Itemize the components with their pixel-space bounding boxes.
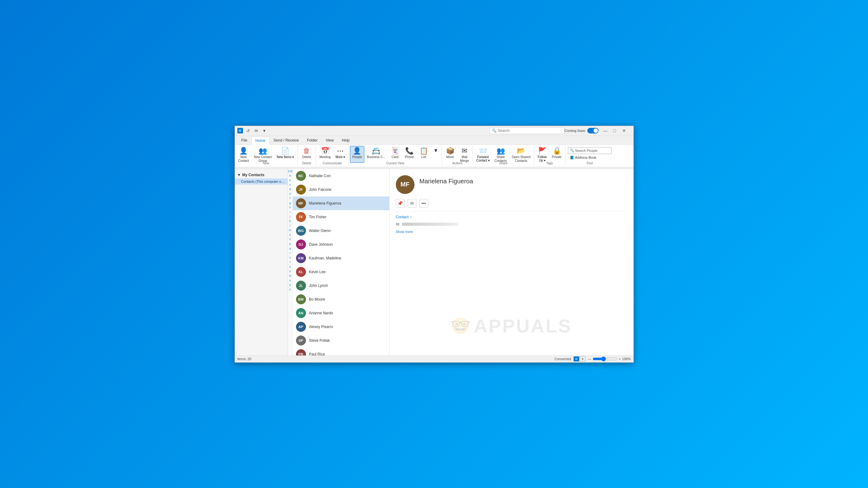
alpha-x[interactable]: x <box>289 278 291 283</box>
contact-item-john-lynch[interactable]: JLJohn Lynch <box>293 279 389 292</box>
new-items-button[interactable]: 📄 New Items ▾ <box>275 146 296 163</box>
alpha-p[interactable]: p <box>289 242 291 246</box>
titlebar-right: Coming Soon — □ ✕ <box>564 126 631 135</box>
alpha-a[interactable]: a <box>289 173 291 178</box>
tab-folder[interactable]: Folder <box>303 136 321 144</box>
contact-item-john-falcone[interactable]: JFJohn Falcone <box>293 183 389 196</box>
contact-section-header[interactable]: Contact › <box>396 215 627 219</box>
search-people-container[interactable]: 🔍 Search People <box>568 147 612 154</box>
address-book-button[interactable]: 📘 Address Book <box>568 155 612 161</box>
forward-contact-button[interactable]: 📨 ForwardContact ▾ <box>474 146 492 163</box>
contact-item-nathalie-con[interactable]: NCNathalie Con <box>293 169 389 183</box>
maximize-button[interactable]: □ <box>610 126 619 135</box>
my-contacts-label: My Contacts <box>242 173 264 177</box>
avatar-steve-pollak: SP <box>296 335 306 346</box>
open-shared-contacts-button[interactable]: 📂 Open SharedContacts <box>509 146 533 163</box>
zoom-plus[interactable]: + <box>619 357 621 361</box>
search-bar[interactable]: 🔍 <box>490 127 564 134</box>
minimize-button[interactable]: — <box>601 126 610 135</box>
alpha-c[interactable]: c <box>289 183 291 187</box>
follow-up-button[interactable]: 🚩 FollowUp ▾ <box>535 146 549 163</box>
contact-item-kaufman-madeline[interactable]: KMKaufman, Madeline <box>293 251 389 265</box>
contact-item-kevin-lee[interactable]: KLKevin Lee <box>293 265 389 279</box>
alpha-g[interactable]: g <box>289 201 291 205</box>
mail-action-button[interactable]: ✉ <box>408 199 416 208</box>
show-more-link[interactable]: Show more <box>396 230 413 233</box>
zoom-minus[interactable]: — <box>588 357 591 361</box>
detail-name: Marielena Figueroa <box>420 178 473 185</box>
contact-item-alexey-pisarro[interactable]: APAlexey Pisarro <box>293 320 389 334</box>
coming-soon-label: Coming Soon <box>564 129 585 132</box>
search-input[interactable] <box>498 128 562 133</box>
contact-item-walter-glenn[interactable]: WGWalter Glenn <box>293 224 389 238</box>
people-view-button[interactable]: 👤 People <box>350 146 364 163</box>
alpha-u[interactable]: u <box>289 264 291 269</box>
view-more-button[interactable]: ▼ <box>431 146 440 163</box>
alpha-e[interactable]: e <box>289 191 291 196</box>
alpha-l[interactable]: l <box>290 224 290 228</box>
contact-item-marielena-figueroa[interactable]: MFMarielena Figueroa <box>293 196 389 210</box>
close-button[interactable]: ✕ <box>620 126 628 135</box>
tab-view[interactable]: View <box>321 136 338 144</box>
email-icon: ✉ <box>396 222 400 227</box>
alpha-i[interactable]: i <box>290 210 290 215</box>
private-button[interactable]: 🔒 Private <box>550 146 564 163</box>
list-view-button[interactable]: 📋 List <box>417 146 430 163</box>
mail-merge-button[interactable]: ✉ MailMerge <box>458 146 471 163</box>
new-contact-button[interactable]: 👤 NewContact <box>236 146 251 163</box>
phone-view-button[interactable]: 📞 Phone <box>402 146 416 163</box>
alpha-m[interactable]: m <box>289 228 291 233</box>
alpha-j[interactable]: j <box>290 214 290 219</box>
alpha-n[interactable]: n <box>289 233 291 237</box>
contact-item-bo-moore[interactable]: BMBo Moore <box>293 292 389 306</box>
alpha-q[interactable]: q <box>289 246 291 251</box>
contact-item-steve-pollak[interactable]: SPSteve Pollak <box>293 334 389 347</box>
tab-send-receive[interactable]: Send / Receive <box>270 136 303 144</box>
alpha-h[interactable]: h <box>289 205 291 210</box>
alpha-k[interactable]: k <box>289 219 291 224</box>
alpha-v[interactable]: v <box>289 269 291 274</box>
contact-item-dave-johnson[interactable]: DJDave Johnson <box>293 238 389 251</box>
zoom-slider[interactable] <box>593 356 618 361</box>
card-view-toggle[interactable]: ⊞ <box>574 356 579 361</box>
ribbon-group-share: 📨 ForwardContact ▾ 👥 ShareContacts 📂 Ope… <box>473 146 534 166</box>
alpha-d[interactable]: d <box>289 187 291 192</box>
delete-button[interactable]: 🗑 Delete <box>299 146 314 163</box>
titlebar-left: O ↺ ✉ ▼ <box>237 127 490 134</box>
undo-button[interactable]: ↺ <box>245 127 252 134</box>
qat-dropdown-button[interactable]: ▼ <box>261 127 268 134</box>
alpha-t[interactable]: t <box>290 260 291 264</box>
alpha-z[interactable]: z <box>289 287 291 292</box>
business-card-view-button[interactable]: 📇 Business C... <box>365 146 388 163</box>
more-button[interactable]: ⋯ More ▾ <box>333 146 347 163</box>
alpha-b[interactable]: b <box>289 178 291 183</box>
search-icon: 🔍 <box>492 128 497 133</box>
tab-home[interactable]: Home <box>251 137 270 145</box>
alpha-f[interactable]: f <box>290 196 291 201</box>
tab-help[interactable]: Help <box>338 136 354 144</box>
alpha-123[interactable]: 123 <box>288 169 292 174</box>
ribbon-group-new: 👤 NewContact 👥 New ContactGroup 📄 New It… <box>235 146 298 166</box>
send-receive-button[interactable]: ✉ <box>253 127 260 134</box>
new-contact-group-button[interactable]: 👥 New ContactGroup <box>252 146 274 163</box>
sidebar-item-contacts-local[interactable]: Contacts (This computer only) <box>235 178 287 185</box>
move-button[interactable]: 📦 Move <box>443 146 457 163</box>
list-view-toggle[interactable]: ≡ <box>580 356 585 361</box>
meeting-button[interactable]: 📅 Meeting <box>317 146 333 163</box>
my-contacts-header[interactable]: ▼ My Contacts <box>235 171 287 178</box>
alpha-w[interactable]: w <box>289 273 291 278</box>
alpha-s[interactable]: s <box>289 255 291 260</box>
alpha-r[interactable]: r <box>290 251 291 255</box>
card-view-button[interactable]: 🃏 Card <box>388 146 402 163</box>
alpha-o[interactable]: o <box>289 237 291 242</box>
more-action-button[interactable]: ••• <box>420 199 428 208</box>
contact-item-tim-fisher[interactable]: TFTim Fisher <box>293 210 389 224</box>
contact-item-arianne-nardo[interactable]: ANArianne Nardo <box>293 306 389 320</box>
coming-soon-toggle[interactable] <box>587 128 598 133</box>
tab-file[interactable]: File <box>237 136 251 144</box>
pin-action-button[interactable]: 📌 <box>396 199 405 208</box>
contact-name-kaufman-madeline: Kaufman, Madeline <box>309 256 341 260</box>
contact-item-paul-rice[interactable]: PRPaul Rice <box>293 347 389 356</box>
alpha-y[interactable]: y <box>289 283 291 287</box>
share-contacts-button[interactable]: 👥 ShareContacts <box>493 146 509 163</box>
